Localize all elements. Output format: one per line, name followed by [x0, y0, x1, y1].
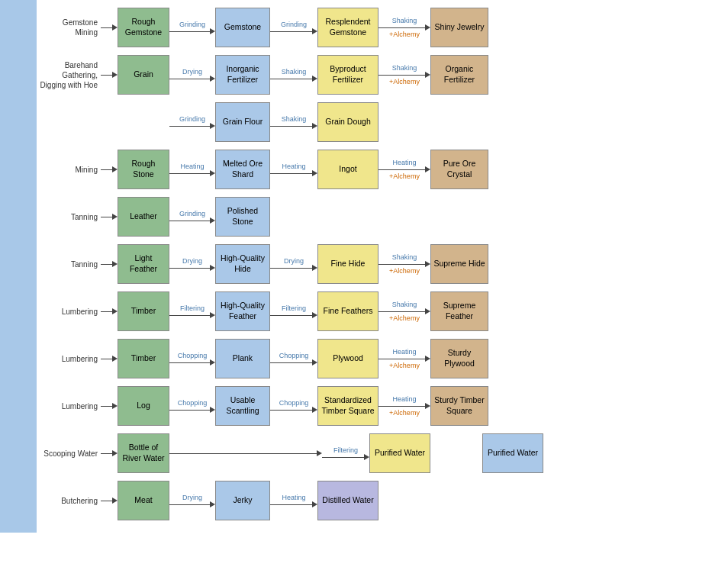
arrow-drying: Drying	[169, 257, 215, 271]
source-label-roughstone: Mining	[40, 165, 101, 175]
box-inorganic-fertilizer: Inorganic Fertilizer	[215, 55, 270, 95]
box-light-feather: Light Feather	[118, 244, 169, 284]
source-label-timber1: Lumbering	[40, 307, 101, 317]
box-rough-gemstone: Rough Gemstone	[118, 8, 169, 47]
source-to-box-arrow	[101, 498, 118, 504]
chart-row-log: LumberingLogChoppingUsable ScantlingChop…	[40, 385, 722, 427]
gathering-label	[0, 0, 37, 533]
arrow-chopping: Chopping	[169, 399, 215, 413]
arrow-shaking: Shaking	[270, 68, 317, 82]
box-resplendent-gemstone: Resplendent Gemstone	[317, 8, 378, 47]
box-plywood: Plywood	[317, 339, 378, 378]
box-grain-dough: Grain Dough	[317, 102, 378, 142]
arrow-grinding: Grinding	[169, 115, 215, 129]
box-fine-hide: Fine Hide	[317, 244, 378, 284]
arrow-chopping: Chopping	[169, 352, 215, 366]
source-label-log: Lumbering	[40, 401, 101, 411]
source-label-gemstone: Gemstone Mining	[40, 18, 101, 37]
chart-area: Gemstone MiningRough GemstoneGrindingGem…	[37, 0, 728, 533]
box-plank: Plank	[215, 339, 270, 378]
box-log: Log	[118, 386, 169, 426]
main-container: Gemstone MiningRough GemstoneGrindingGem…	[0, 0, 728, 533]
arrow-heating: Heating+Alchemy	[378, 159, 430, 180]
arrow-shaking: Shaking	[270, 115, 317, 129]
box-sturdy-plywood: Sturdy Plywood	[430, 339, 488, 378]
box-grain: Grain	[118, 55, 169, 95]
arrow-heating: Heating	[169, 163, 215, 176]
box-timber: Timber	[118, 339, 169, 378]
box-supreme-feather: Supreme Feather	[430, 291, 488, 331]
box-melted-ore-shard: Melted Ore Shard	[215, 150, 270, 189]
arrow-chopping: Chopping	[270, 399, 317, 413]
chart-row-water: Scooping WaterBottle of River WaterFilte…	[40, 432, 722, 475]
box-high-quality-hide: High-Quality Hide	[215, 244, 270, 284]
arrow-grinding: Grinding	[270, 21, 317, 34]
source-to-box-arrow	[101, 450, 118, 456]
arrow-shaking: Shaking+Alchemy	[378, 301, 430, 322]
box-standardized-timber-square: Standardized Timber Square	[317, 386, 378, 426]
source-to-box-arrow	[101, 403, 118, 409]
arrow-heating: Heating	[270, 163, 317, 176]
arrow-filtering: Filtering	[169, 304, 215, 318]
box-byproduct-fertilizer: Byproduct Fertilizer	[317, 55, 378, 95]
arrow-heating: Heating	[270, 494, 317, 507]
box-leather: Leather	[118, 197, 169, 237]
chart-row-leather: TanningLeatherGrindingPolished Stone	[40, 195, 722, 238]
chart-row-timber2: LumberingTimberChoppingPlankChoppingPlyw…	[40, 337, 722, 380]
source-to-box-arrow	[101, 308, 118, 314]
box-shiny-jewelry: Shiny Jewelry	[430, 8, 488, 47]
chart-row-meat: ButcheringMeatDryingJerkyHeatingDistille…	[40, 479, 722, 522]
source-label-lightfeather: Tanning	[40, 259, 101, 269]
box-grain-flour: Grain Flour	[215, 102, 270, 142]
chart-row-timber1: LumberingTimberFilteringHigh-Quality Fea…	[40, 290, 722, 333]
chart-row-gemstone: Gemstone MiningRough GemstoneGrindingGem…	[40, 6, 722, 49]
box-gemstone: Gemstone	[215, 8, 270, 47]
source-to-box-arrow	[101, 214, 118, 220]
box-bottle-of-river-water: Bottle of River Water	[118, 433, 169, 473]
source-label-timber2: Lumbering	[40, 354, 101, 364]
arrow-heating: Heating+Alchemy	[378, 348, 430, 369]
arrow-filtering: Filtering	[270, 304, 317, 318]
box-timber: Timber	[118, 291, 169, 331]
source-label-meat: Butchering	[40, 496, 101, 506]
box-meat: Meat	[118, 481, 169, 520]
box-purified-water: Purified Water	[482, 433, 543, 473]
box-sturdy-timber-square: Sturdy Timber Square	[430, 386, 488, 426]
box-distilled-water: Distilled Water	[317, 481, 378, 520]
box-high-quality-feather: High-Quality Feather	[215, 291, 270, 331]
box-ingot: Ingot	[317, 150, 378, 189]
source-to-box-arrow	[101, 72, 118, 78]
source-to-box-arrow	[101, 24, 118, 31]
arrow-filtering: Filtering	[322, 446, 369, 460]
arrow-shaking: Shaking+Alchemy	[378, 17, 430, 38]
arrow-	[169, 450, 322, 456]
box-supreme-hide: Supreme Hide	[430, 244, 488, 284]
box-polished-stone: Polished Stone	[215, 197, 270, 237]
chart-row-lightfeather: TanningLight FeatherDryingHigh-Quality H…	[40, 243, 722, 285]
arrow-grinding: Grinding	[169, 21, 215, 34]
box-fine-feathers: Fine Feathers	[317, 291, 378, 331]
box-rough-stone: Rough Stone	[118, 150, 169, 189]
arrow-drying: Drying	[169, 494, 215, 507]
source-label-leather: Tanning	[40, 212, 101, 222]
chart-row-graindough: GrindingGrain FlourShakingGrain Dough	[40, 101, 722, 143]
source-to-box-arrow	[101, 261, 118, 267]
arrow-heating: Heating+Alchemy	[378, 395, 430, 417]
source-label-inorganic: Barehand Gathering, Digging with Hoe	[40, 60, 101, 90]
box-pure-ore-crystal: Pure Ore Crystal	[430, 150, 488, 189]
chart-row-roughstone: MiningRough StoneHeatingMelted Ore Shard…	[40, 148, 722, 191]
arrow-grinding: Grinding	[169, 210, 215, 224]
arrow-chopping: Chopping	[270, 352, 317, 366]
box-purified-water: Purified Water	[369, 433, 430, 473]
arrow-shaking: Shaking+Alchemy	[378, 253, 430, 275]
arrow-drying: Drying	[270, 257, 317, 271]
box-organic-fertilizer: Organic Fertilizer	[430, 55, 488, 95]
box-usable-scantling: Usable Scantling	[215, 386, 270, 426]
arrow-drying: Drying	[169, 68, 215, 82]
arrow-shaking: Shaking+Alchemy	[378, 64, 430, 85]
box-jerky: Jerky	[215, 481, 270, 520]
source-label-water: Scooping Water	[40, 449, 101, 459]
chart-row-inorganic: Barehand Gathering, Digging with HoeGrai…	[40, 53, 722, 96]
source-to-box-arrow	[101, 166, 118, 172]
source-to-box-arrow	[101, 356, 118, 362]
